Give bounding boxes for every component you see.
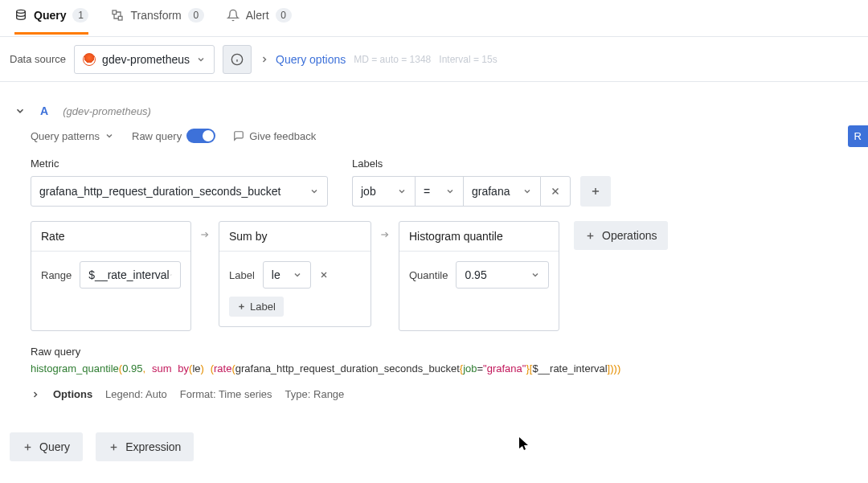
op-hist-q-label: Quantile xyxy=(409,269,448,281)
options-label: Options xyxy=(53,388,92,400)
op-hist-title[interactable]: Histogram quantile xyxy=(399,222,559,252)
tab-transform-count: 0 xyxy=(188,8,204,23)
chevron-down-icon xyxy=(309,186,319,196)
remove-label-button[interactable] xyxy=(540,176,571,207)
arrow-right-icon xyxy=(199,229,211,240)
query-letter[interactable]: A xyxy=(40,104,48,117)
chevron-down-icon xyxy=(170,270,172,280)
options-type: Type: Range xyxy=(285,388,345,400)
labels-column: Labels job = grafana xyxy=(352,158,611,207)
metric-labels-row: Metric grafana_http_request_duration_sec… xyxy=(0,153,868,207)
tab-query[interactable]: Query 1 xyxy=(14,8,88,35)
datasource-value: gdev-prometheus xyxy=(102,53,190,66)
add-expression-label: Expression xyxy=(125,440,181,453)
raw-query-title: Raw query xyxy=(31,346,837,358)
op-rate-title[interactable]: Rate xyxy=(31,222,190,252)
tab-alert-label: Alert xyxy=(246,9,269,22)
tab-transform[interactable]: Transform 0 xyxy=(111,8,203,35)
chevron-down-icon[interactable] xyxy=(14,105,26,117)
plus-icon xyxy=(108,442,119,452)
query-patterns-button[interactable]: Query patterns xyxy=(31,130,114,142)
op-sumby-label-value: le xyxy=(272,268,280,281)
chevron-down-icon xyxy=(397,186,407,196)
raw-query-toggle[interactable] xyxy=(186,129,215,143)
op-hist-q-value: 0.95 xyxy=(465,268,486,281)
raw-query-toggle-label: Raw query xyxy=(132,130,182,142)
chevron-down-icon xyxy=(445,186,455,196)
query-toolbar: Query patterns Raw query Give feedback R xyxy=(0,124,868,153)
label-filter-group: job = grafana xyxy=(352,176,571,207)
query-options-toggle[interactable]: Query options xyxy=(260,53,346,66)
query-options-interval-hint: Interval = 15s xyxy=(439,54,497,65)
bell-icon xyxy=(227,9,240,22)
op-hist-card: Histogram quantile Quantile 0.95 xyxy=(399,221,559,331)
chevron-right-icon xyxy=(260,55,269,64)
metric-value: grafana_http_request_duration_seconds_bu… xyxy=(39,185,280,198)
op-rate-range-value: $__rate_interval xyxy=(88,268,169,281)
query-block: A (gdev-prometheus) Query patterns Raw q… xyxy=(0,98,868,400)
chevron-down-icon xyxy=(530,270,540,280)
chevron-down-icon xyxy=(522,186,532,196)
svg-rect-2 xyxy=(119,16,123,20)
op-rate-range-select[interactable]: $__rate_interval xyxy=(80,261,181,289)
op-arrow xyxy=(379,221,391,243)
plus-icon xyxy=(590,186,601,197)
op-sumby-title[interactable]: Sum by xyxy=(219,222,371,252)
give-feedback-label: Give feedback xyxy=(249,130,316,142)
run-query-button[interactable]: R xyxy=(848,125,868,147)
tab-transform-label: Transform xyxy=(130,9,181,22)
query-patterns-label: Query patterns xyxy=(31,130,100,142)
tab-alert[interactable]: Alert 0 xyxy=(227,8,292,35)
labels-title: Labels xyxy=(352,158,611,170)
label-key-value: job xyxy=(361,185,376,198)
metric-column: Metric grafana_http_request_duration_sec… xyxy=(31,158,328,207)
query-source-hint: (gdev-prometheus) xyxy=(63,105,151,117)
operations-row: Rate Range $__rate_interval Sum by Label xyxy=(0,207,868,331)
op-sumby-label-label: Label xyxy=(229,269,255,281)
metric-select[interactable]: grafana_http_request_duration_seconds_bu… xyxy=(31,176,328,207)
query-options-label: Query options xyxy=(276,53,346,66)
label-operator-select[interactable]: = xyxy=(415,176,463,207)
raw-query-block: Raw query histogram_quantile(0.95, sum b… xyxy=(0,331,868,375)
plus-icon xyxy=(585,231,596,241)
add-operation-button[interactable]: Operations xyxy=(574,221,668,250)
close-icon[interactable] xyxy=(319,270,329,280)
op-rate-card: Rate Range $__rate_interval xyxy=(31,221,191,331)
metric-title: Metric xyxy=(31,158,328,170)
label-value-select[interactable]: grafana xyxy=(463,176,540,207)
add-operation-label: Operations xyxy=(602,229,657,242)
raw-query-toggle-group: Raw query xyxy=(132,129,215,143)
op-rate-range-label: Range xyxy=(41,269,72,281)
comment-icon xyxy=(233,130,244,141)
run-query-label: R xyxy=(854,130,862,142)
query-options-row[interactable]: Options Legend: Auto Format: Time series… xyxy=(0,375,868,400)
op-sumby-label-select[interactable]: le xyxy=(263,261,311,289)
add-query-label: Query xyxy=(39,440,70,453)
transform-icon xyxy=(111,9,124,22)
chevron-down-icon xyxy=(293,270,302,280)
bottom-actions: Query Expression xyxy=(0,400,868,461)
label-value-value: grafana xyxy=(472,185,510,198)
datasource-help-button[interactable] xyxy=(223,45,252,74)
give-feedback-button[interactable]: Give feedback xyxy=(233,130,316,142)
op-sumby-add-label-text: Label xyxy=(250,301,276,313)
op-hist-q-select[interactable]: 0.95 xyxy=(456,261,549,289)
svg-point-0 xyxy=(17,10,26,13)
arrow-right-icon xyxy=(379,229,391,240)
op-sumby-card: Sum by Label le Label xyxy=(219,221,371,327)
add-expression-button[interactable]: Expression xyxy=(96,432,194,461)
info-icon xyxy=(231,53,244,66)
plus-icon xyxy=(237,302,246,311)
op-sumby-add-label-button[interactable]: Label xyxy=(229,297,284,317)
add-query-button[interactable]: Query xyxy=(10,432,83,461)
datasource-label: Data source xyxy=(10,53,66,65)
add-label-button[interactable] xyxy=(580,176,611,207)
chevron-down-icon xyxy=(196,55,206,64)
datasource-select[interactable]: gdev-prometheus xyxy=(74,45,215,74)
plus-icon xyxy=(23,442,33,452)
raw-query-code: histogram_quantile(0.95, sum by(le) (rat… xyxy=(31,362,837,375)
label-key-select[interactable]: job xyxy=(352,176,415,207)
tab-query-label: Query xyxy=(34,9,66,22)
chevron-right-icon xyxy=(31,390,40,399)
datasource-row: Data source gdev-prometheus Query option… xyxy=(0,37,868,82)
